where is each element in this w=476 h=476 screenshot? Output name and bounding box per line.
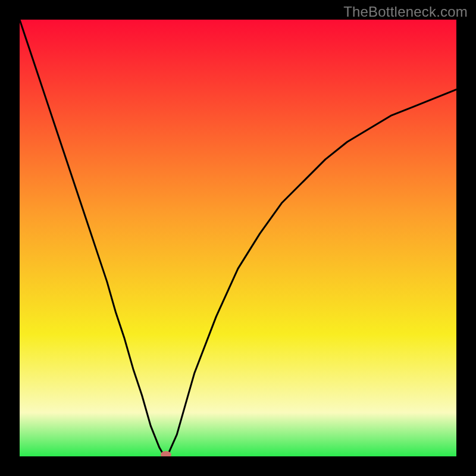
chart-svg — [20, 20, 456, 456]
watermark-text: TheBottleneck.com — [343, 4, 468, 20]
plot-area — [20, 20, 456, 456]
chart-frame: TheBottleneck.com — [0, 0, 476, 476]
gradient-background — [20, 20, 456, 456]
